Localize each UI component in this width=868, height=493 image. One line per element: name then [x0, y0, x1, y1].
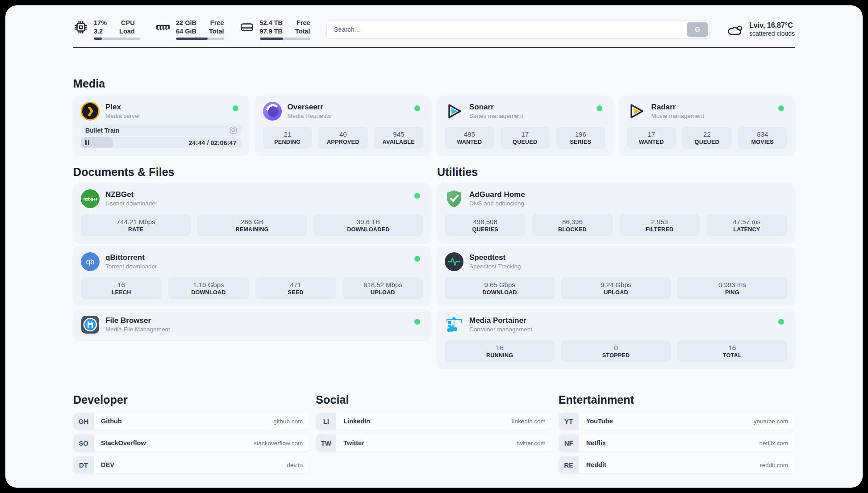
cpu-usage-value: 17%	[94, 19, 107, 27]
disk-free-value: 52.4 TB	[260, 19, 283, 27]
search-input[interactable]	[326, 20, 710, 39]
bookmark-reddit[interactable]: RE Reddit reddit.com	[559, 456, 795, 473]
app-subtitle: Series management	[469, 113, 523, 120]
cloud-icon	[726, 21, 744, 38]
section-title-developer: Developer	[73, 393, 309, 406]
app-link-sonarr[interactable]: Sonarr Series management	[445, 102, 605, 121]
app-link-portainer[interactable]: Media Portainer Container management	[445, 315, 787, 334]
app-link-speedtest[interactable]: Speedtest Speedtest Tracking	[445, 252, 787, 271]
app-card-filebrowser: File Browser Media File Management	[73, 309, 431, 340]
portainer-icon	[445, 315, 463, 334]
app-card-overseerr: Overseerr Media Requests 21 PENDING 40 A…	[255, 96, 431, 155]
stat-box: 485 WANTED	[445, 127, 494, 149]
nzbget-icon: nzbget	[81, 189, 100, 208]
cpu-icon	[73, 20, 88, 35]
bookmark-group-entertainment: Entertainment YT YouTube youtube.com NF …	[559, 393, 795, 473]
app-subtitle: Speedtest Tracking	[469, 263, 521, 270]
bookmark-name: YouTube	[586, 418, 613, 425]
header-divider	[73, 47, 795, 48]
status-dot	[778, 105, 784, 111]
plex-now-playing-row: Bullet Train	[81, 125, 242, 136]
stat-box: 47.57 ms LATENCY	[706, 214, 787, 236]
cpu-usage-label: CPU	[119, 19, 135, 27]
bookmark-youtube[interactable]: YT YouTube youtube.com	[559, 413, 795, 430]
app-link-radarr[interactable]: Radarr Movie management	[627, 102, 788, 121]
app-card-plex: Plex Media server Bullet Train	[73, 96, 249, 155]
app-subtitle: DNS and adblocking	[469, 200, 525, 207]
stat-box: 744.21 Mbps RATE	[81, 214, 191, 236]
overseerr-icon	[263, 102, 282, 121]
memory-free-label: Free	[209, 19, 224, 27]
bookmark-abbr: DT	[73, 456, 94, 473]
app-link-nzbget[interactable]: nzbget NZBGet Usenet downloader	[81, 189, 423, 208]
search-engine-button[interactable]: G	[687, 22, 708, 37]
bookmark-abbr: RE	[559, 456, 579, 473]
bookmark-github[interactable]: GH Github github.com	[73, 413, 309, 430]
speedtest-icon	[445, 252, 463, 271]
cpu-widget: 17% 3.2 CPU Load	[73, 19, 140, 40]
bookmark-dev[interactable]: DT DEV dev.to	[73, 456, 309, 473]
bookmark-twitter[interactable]: TW Twitter twitter.com	[316, 435, 552, 451]
app-link-filebrowser[interactable]: File Browser Media File Management	[81, 315, 423, 334]
dashboard-page: 17% 3.2 CPU Load	[5, 5, 863, 488]
stat-box: 266 GB REMAINING	[197, 214, 307, 236]
qbittorrent-icon: qb	[81, 252, 100, 271]
bookmark-url: youtube.com	[754, 418, 788, 425]
camera-icon[interactable]	[230, 126, 237, 134]
cpu-progress-track	[94, 38, 140, 40]
disk-progress-fill	[260, 38, 283, 40]
status-dot	[414, 105, 420, 111]
bookmark-url: dev.to	[287, 462, 303, 468]
section-utilities: Utilities AdGuard Home DNS	[437, 166, 795, 368]
app-link-plex[interactable]: Plex Media server	[81, 102, 242, 121]
app-name: Plex	[105, 103, 140, 112]
app-subtitle: Media server	[105, 113, 140, 120]
disk-total-label: Total	[295, 27, 310, 35]
bookmark-name: Netflix	[586, 439, 606, 447]
app-name: Radarr	[651, 103, 705, 112]
stat-box: 498,508 QUERIES	[445, 214, 526, 236]
stat-box: 0.993 ms PING	[677, 277, 787, 299]
stat-box: 1.19 Gbps DOWNLOAD	[168, 277, 249, 299]
stat-box: 21 PENDING	[263, 127, 313, 149]
section-title-utilities: Utilities	[437, 166, 795, 179]
weather-condition: scattered clouds	[749, 30, 795, 37]
app-name: Sonarr	[469, 103, 523, 112]
bookmark-stackoverflow[interactable]: SO StackOverflow stackoverflow.com	[73, 435, 309, 451]
bookmark-url: twitter.com	[517, 440, 546, 447]
stat-box: 9.65 Gbps DOWNLOAD	[445, 277, 555, 299]
app-card-sonarr: Sonarr Series management 485 WANTED 17 Q…	[437, 96, 613, 155]
section-title-media: Media	[73, 77, 795, 90]
bookmark-abbr: NF	[559, 435, 579, 451]
status-dot	[414, 256, 420, 262]
pause-icon[interactable]	[85, 140, 89, 145]
disk-total-value: 97.9 TB	[260, 27, 283, 35]
stat-box: 471 SEED	[255, 277, 336, 299]
stat-box: 22 QUEUED	[682, 127, 732, 149]
app-card-adguard: AdGuard Home DNS and adblocking 498,508 …	[437, 183, 795, 242]
sonarr-icon	[445, 102, 463, 121]
disk-widget: 52.4 TB 97.9 TB Free Total	[239, 19, 310, 40]
bookmark-linkedin[interactable]: LI LinkedIn linkedin.com	[316, 413, 552, 430]
app-name: NZBGet	[105, 190, 157, 199]
app-name: Media Portainer	[469, 316, 532, 325]
app-link-adguard[interactable]: AdGuard Home DNS and adblocking	[445, 189, 787, 208]
plex-time-text: 24:44 / 02:06:47	[188, 139, 241, 146]
section-title-entertainment: Entertainment	[559, 393, 795, 406]
stat-box: 16 TOTAL	[677, 340, 787, 362]
app-link-overseerr[interactable]: Overseerr Media Requests	[263, 102, 424, 121]
bookmark-netflix[interactable]: NF Netflix netflix.com	[559, 435, 795, 451]
adguard-icon	[445, 189, 463, 208]
app-card-radarr: Radarr Movie management 17 WANTED 22 QUE…	[619, 96, 795, 155]
bookmark-url: stackoverflow.com	[254, 440, 303, 447]
app-link-qbittorrent[interactable]: qb qBittorrent Torrent downloader	[81, 252, 423, 271]
plex-progress-row: 24:44 / 02:06:47	[81, 137, 242, 148]
app-name: Speedtest	[469, 253, 521, 262]
status-dot	[414, 193, 420, 199]
disk-progress-track	[260, 38, 310, 40]
bookmark-abbr: GH	[73, 413, 94, 430]
search-bar: G	[326, 20, 710, 39]
cpu-load-label: Load	[119, 27, 135, 35]
stat-box: 40 APPROVED	[318, 127, 368, 149]
section-title-social: Social	[316, 393, 552, 406]
